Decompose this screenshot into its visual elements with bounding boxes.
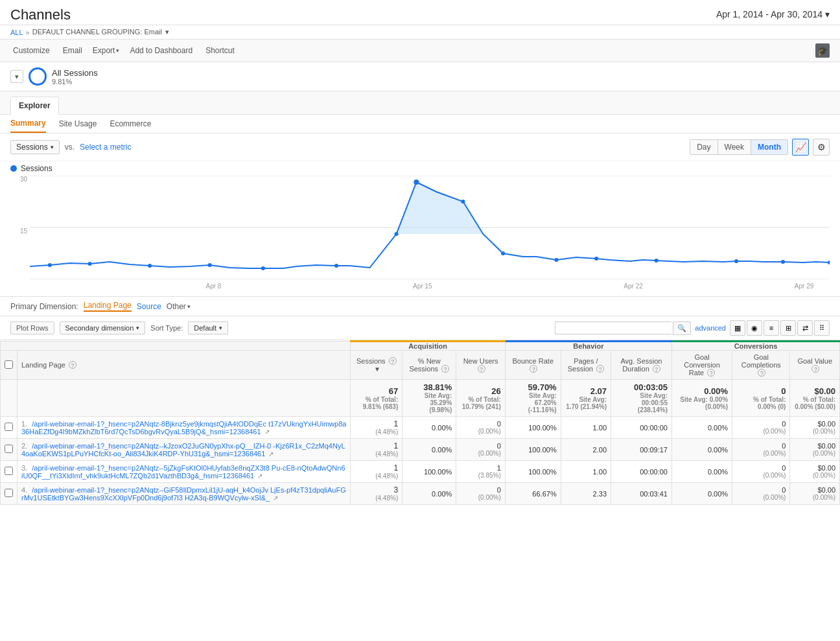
row-1-ext-link[interactable]: ↗ <box>264 428 270 436</box>
row-4-new-users: 0 <box>460 486 500 494</box>
sessions-sort-arrow[interactable]: ▼ <box>374 366 380 373</box>
sub-tab-site-usage[interactable]: Site Usage <box>59 115 97 132</box>
add-to-dashboard-button[interactable]: Add to Dashboard <box>127 45 195 56</box>
source-dim[interactable]: Source <box>137 302 161 311</box>
svg-point-7 <box>208 263 212 267</box>
channel-dropdown-arrow[interactable]: ▾ <box>165 28 169 36</box>
landing-page-dim[interactable]: Landing Page <box>84 301 132 312</box>
new-users-help[interactable]: ? <box>478 365 485 373</box>
row-1-goal-value-sub: (0.00%) <box>794 428 835 435</box>
row-3-goal-value-sub: (0.00%) <box>794 472 835 479</box>
svg-point-6 <box>148 264 152 268</box>
row-3-link[interactable]: /april-webinar-email-1?_hsenc=p2ANqtz--5… <box>21 464 345 480</box>
segment-name: All Sessions <box>52 68 98 78</box>
week-button[interactable]: Week <box>718 140 751 154</box>
view-custom-btn[interactable]: ⠿ <box>814 320 830 336</box>
x-label-apr29: Apr 29 <box>795 283 813 290</box>
goal-value-help[interactable]: ? <box>811 365 819 373</box>
email-button[interactable]: Email <box>60 45 85 56</box>
search-button[interactable]: 🔍 <box>673 321 691 335</box>
other-dropdown[interactable]: Other ▾ <box>167 302 191 311</box>
landing-page-help[interactable]: ? <box>69 361 76 369</box>
row-2-avg-session: 00:09:17 <box>640 446 668 454</box>
sub-tab-ecommerce[interactable]: Ecommerce <box>110 115 151 132</box>
sort-default-select[interactable]: Default ▾ <box>188 321 228 334</box>
pages-help[interactable]: ? <box>596 365 604 373</box>
line-chart-button[interactable]: 📈 <box>792 139 809 156</box>
total-new-users-sub: % of Total: 10.79% (241) <box>460 396 500 410</box>
view-pivot-btn[interactable]: ⊞ <box>780 320 796 336</box>
metric-dropdown-arrow: ▾ <box>51 144 54 150</box>
svg-point-16 <box>655 259 659 262</box>
tab-explorer[interactable]: Explorer <box>10 97 59 115</box>
row-3-checkbox[interactable] <box>5 467 13 475</box>
select-metric-link[interactable]: Select a metric <box>80 143 131 152</box>
month-button[interactable]: Month <box>751 140 788 154</box>
row-1-checkbox[interactable] <box>5 423 13 431</box>
bar-chart-button[interactable]: ⚙ <box>813 139 830 156</box>
export-dropdown[interactable]: Export ▾ <box>93 46 120 55</box>
row-2-new-users: 0 <box>460 442 500 450</box>
view-pie-btn[interactable]: ◉ <box>747 320 762 336</box>
view-compare-btn[interactable]: ⇄ <box>797 320 813 336</box>
goal-comp-help[interactable]: ? <box>758 369 765 377</box>
row-1-num: 1. <box>21 420 27 428</box>
pct-help[interactable]: ? <box>441 365 449 373</box>
row-3-goal-value: $0.00 <box>794 464 835 472</box>
avg-help[interactable]: ? <box>653 365 660 373</box>
customize-button[interactable]: Customize <box>10 45 52 56</box>
totals-row: 67 % of Total: 9.81% (683) 38.81% Site A… <box>1 380 840 417</box>
bounce-help[interactable]: ? <box>530 365 537 373</box>
day-button[interactable]: Day <box>690 140 718 154</box>
row-4-avg-session: 00:03:41 <box>640 490 668 498</box>
row-3-ext-link[interactable]: ↗ <box>257 472 262 480</box>
help-icon[interactable]: 🎓 <box>815 43 830 58</box>
svg-point-5 <box>88 262 91 266</box>
sub-tab-summary[interactable]: Summary <box>10 115 46 133</box>
vs-text: vs. <box>65 143 75 152</box>
row-2-link[interactable]: /april-webinar-email-1?_hsenc=p2ANqtz--k… <box>21 442 345 458</box>
table-row: 3. /april-webinar-email-1?_hsenc=p2ANqtz… <box>1 461 840 483</box>
svg-point-19 <box>828 261 830 264</box>
metric-select[interactable]: Sessions ▾ <box>10 140 60 154</box>
search-input[interactable] <box>555 321 671 334</box>
row-3-pages: 1.00 <box>593 468 607 476</box>
row-2-ext-link[interactable]: ↗ <box>268 450 274 458</box>
row-1-link[interactable]: /april-webinar-email-1?_hsenc=p2ANqtz-8B… <box>21 420 346 436</box>
date-range[interactable]: Apr 1, 2014 - Apr 30, 2014 ▾ <box>716 9 830 19</box>
export-dropdown-arrow: ▾ <box>116 47 119 54</box>
svg-point-14 <box>554 258 558 262</box>
secondary-dimension-select[interactable]: Secondary dimension ▾ <box>60 321 146 334</box>
row-2-checkbox[interactable] <box>5 445 13 453</box>
plot-rows-button[interactable]: Plot Rows <box>10 321 54 334</box>
row-4-checkbox[interactable] <box>5 489 13 497</box>
row-2-goal-conv: 0.00% <box>708 446 728 454</box>
sessions-help[interactable]: ? <box>389 357 397 365</box>
view-table-btn[interactable]: ▦ <box>730 320 745 336</box>
total-sessions: 67 <box>355 386 398 396</box>
new-users-col-header: New Users <box>463 357 498 365</box>
goal-conv-help[interactable]: ? <box>707 369 715 377</box>
select-all-checkbox[interactable] <box>5 360 13 369</box>
pages-session-col-header: Pages / Session <box>568 357 598 373</box>
advanced-link[interactable]: advanced <box>695 324 726 332</box>
row-4-sessions-sub: (4.48%) <box>355 495 398 502</box>
breadcrumb-separator: » <box>26 29 30 36</box>
total-new-users: 26 <box>460 386 500 396</box>
segment-collapse-btn[interactable]: ▾ <box>10 70 23 83</box>
row-3-avg-session: 00:00:00 <box>640 468 668 476</box>
view-bar-btn[interactable]: ≡ <box>764 320 779 336</box>
table-row: 4. /april-webinar-email-1?_hsenc=p2ANqtz… <box>1 483 840 505</box>
row-2-pages: 2.00 <box>593 446 607 454</box>
total-bounce: 59.70% <box>509 382 557 392</box>
row-4-ext-link[interactable]: ↗ <box>273 495 278 502</box>
time-button-group: Day Week Month <box>690 139 788 155</box>
shortcut-button[interactable]: Shortcut <box>203 45 237 56</box>
row-4-goal-conv: 0.00% <box>708 490 728 498</box>
behavior-header: Behavior <box>505 342 671 351</box>
row-4-link[interactable]: /april-webinar-email-1?_hsenc=p2ANqtz--G… <box>21 486 346 502</box>
svg-point-18 <box>781 260 785 264</box>
row-4-goal-value: $0.00 <box>794 486 835 494</box>
svg-point-4 <box>48 263 52 267</box>
breadcrumb-all[interactable]: ALL <box>10 29 23 36</box>
